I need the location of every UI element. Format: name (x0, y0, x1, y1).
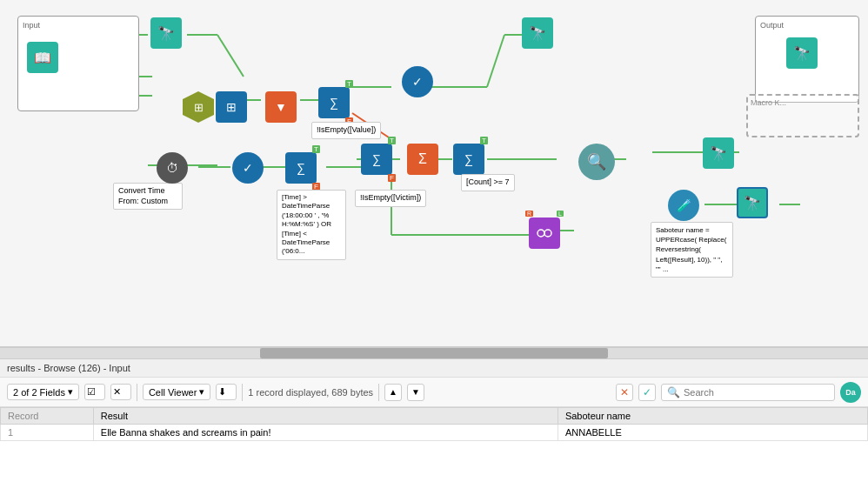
arrow-down-btn[interactable]: ▼ (407, 384, 424, 401)
checkmark-node[interactable]: ✓ (402, 66, 433, 97)
formula-node-top[interactable]: ∑ T F (318, 87, 350, 118)
output-browse-icon[interactable]: 🔭 (786, 37, 818, 69)
search-box[interactable]: 🔍 (661, 384, 835, 401)
workflow-canvas[interactable]: Input 📖 🔭 ⊞ ⊞ ▼ ∑ T F !IsEmpty([Value]) … (0, 0, 868, 348)
output-box: Output 🔭 (755, 16, 859, 103)
saboteur-formula-box: Saboteur name = UPPERcase( Replace( Reve… (651, 222, 733, 278)
join-node[interactable]: L R (529, 218, 560, 249)
browse-node-middle[interactable]: 🔭 (703, 137, 734, 169)
cell-viewer-label: Cell Viewer (149, 387, 197, 398)
download-icon: ⬇ (218, 386, 226, 398)
output-box-label: Output (760, 21, 854, 30)
cell-saboteur: ANNABELLE (558, 425, 867, 441)
arrow-down-icon: ▼ (411, 387, 420, 397)
separator-1 (137, 384, 137, 401)
browse-node-top[interactable]: 🔭 (150, 17, 182, 49)
svg-point-32 (537, 230, 544, 237)
clear-btn[interactable]: ✕ (616, 384, 633, 401)
clear-icon: ✕ (620, 386, 629, 398)
da-label: Da (845, 388, 856, 397)
cell-record: 1 (1, 425, 94, 441)
results-table: Record Result Saboteur name 1 Elle Banna… (0, 407, 868, 502)
download-btn[interactable]: ⬇ (216, 384, 237, 400)
macro-box: Macro K... (746, 94, 859, 137)
fields-chevron-icon: ▾ (68, 386, 73, 398)
macro-label: Macro K... (748, 96, 858, 110)
magnifier-node[interactable]: 🔍 (578, 144, 615, 180)
table-row: 1 Elle Banna shakes and screams in pain!… (1, 425, 868, 441)
input-box: Input 📖 (17, 16, 139, 111)
svg-line-13 (487, 35, 504, 87)
formula-node-count[interactable]: ∑ T F (453, 144, 484, 175)
scrollbar-thumb[interactable] (260, 348, 607, 358)
results-header: results - Browse (126) - Input (0, 359, 868, 378)
fields-dropdown[interactable]: 2 of 2 Fields ▾ (7, 384, 79, 400)
separator-2 (242, 384, 243, 401)
browse-node-top-right[interactable]: 🔭 (522, 17, 553, 49)
svg-point-33 (544, 230, 551, 237)
col-header-saboteur: Saboteur name (558, 408, 867, 425)
is-empty-value-label: !IsEmpty([Value]) (311, 122, 381, 139)
formula-node-bottom-left[interactable]: ∑ T F (285, 152, 317, 184)
table-body: 1 Elle Banna shakes and screams in pain!… (1, 425, 868, 441)
data-table: Record Result Saboteur name 1 Elle Banna… (0, 407, 868, 441)
x-icon: ✕ (113, 386, 121, 398)
x-icon-btn[interactable]: ✕ (110, 384, 131, 400)
confirm-icon: ✓ (643, 386, 651, 398)
search-input[interactable] (684, 387, 829, 398)
input-box-label: Input (23, 21, 134, 30)
count-label: [Count] >= 7 (461, 174, 515, 191)
convert-time-label: Convert Time From: Custom (113, 183, 183, 210)
clock-node[interactable]: ⏱ (157, 152, 188, 184)
browse-node-bottom-right[interactable]: 🔭 (737, 187, 768, 218)
confirm-btn[interactable]: ✓ (638, 384, 656, 401)
hex-node-grid[interactable]: ⊞ (183, 91, 214, 123)
separator-3 (378, 384, 379, 401)
search-icon: 🔍 (667, 386, 680, 398)
book-node[interactable]: 📖 (27, 42, 58, 73)
da-button[interactable]: Da (840, 382, 861, 403)
check-icon: ☑ (87, 386, 96, 398)
check-icon-btn[interactable]: ☑ (84, 384, 105, 400)
svg-line-6 (217, 35, 244, 77)
is-empty-victim-label: !IsEmpty([Victim]) (355, 190, 426, 207)
canvas-scrollbar[interactable] (0, 348, 868, 358)
check-blue-node[interactable]: ✓ (232, 152, 264, 184)
select-node[interactable]: ▼ (265, 91, 297, 123)
grid-node[interactable]: ⊞ (216, 91, 247, 123)
col-header-result: Result (93, 408, 558, 425)
results-panel: results - Browse (126) - Input 2 of 2 Fi… (0, 358, 868, 502)
arrow-up-icon: ▲ (389, 387, 397, 397)
formula-node-middle[interactable]: ∑ T F (361, 144, 392, 175)
lab-node[interactable]: 🧪 (668, 190, 699, 221)
cell-viewer-dropdown[interactable]: Cell Viewer ▾ (143, 384, 210, 400)
time-filter-label: [Time] > DateTimeParse ('18:00:00 ' , '%… (277, 190, 346, 260)
arrow-up-btn[interactable]: ▲ (384, 384, 402, 401)
results-toolbar: 2 of 2 Fields ▾ ☑ ✕ Cell Viewer ▾ ⬇ 1 re… (0, 378, 868, 407)
col-header-record: Record (1, 408, 94, 425)
results-title: results - Browse (126) - Input (7, 363, 130, 373)
cell-result: Elle Banna shakes and screams in pain! (93, 425, 558, 441)
cell-viewer-chevron-icon: ▾ (199, 386, 204, 398)
record-info: 1 record displayed, 689 bytes (248, 387, 373, 398)
sum-node[interactable]: Σ (407, 144, 438, 175)
fields-label: 2 of 2 Fields (13, 387, 65, 398)
